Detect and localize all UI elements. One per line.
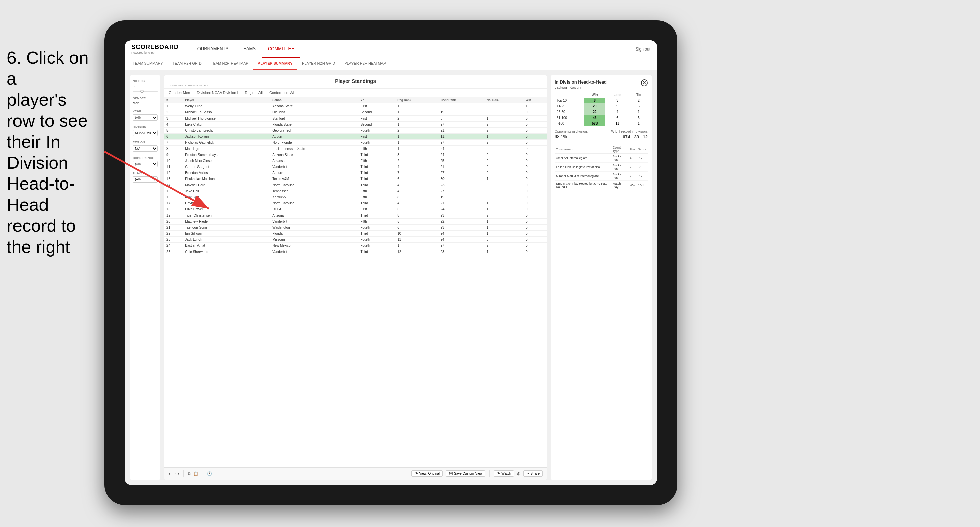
tab-player-summary[interactable]: PLAYER SUMMARY (253, 58, 297, 70)
wlt-label: W-L-T record in-division: (611, 130, 648, 133)
col-conf-rank: Conf Rank (438, 97, 484, 103)
table-row[interactable]: 2 Michael La Sasso Ole Miss Second 1 19 … (164, 110, 547, 116)
tablet-frame: SCOREBOARD Powered by clippi TOURNAMENTS… (105, 20, 678, 505)
nav-committee[interactable]: COMMITTEE (262, 40, 300, 58)
more-options-icon[interactable]: ⊕ (517, 471, 521, 476)
table-row[interactable]: 18 Luke Powell UCLA First 6 24 1 0 (164, 206, 547, 213)
h2h-row: >100 578 11 1 (555, 121, 648, 126)
conference-label: Conference (133, 156, 158, 160)
opponents-label: Opponents in division: (555, 130, 588, 133)
table-row[interactable]: 14 Maxwell Ford North Carolina Third 4 2… (164, 182, 547, 188)
table-row[interactable]: 20 Matthew Riedel Vanderbilt Fifth 5 22 … (164, 219, 547, 225)
col-player: Player (183, 97, 270, 103)
sidebar-no-rds: No Rds. 6 (133, 79, 158, 92)
opponents-row: Opponents in division: W-L-T record in-d… (555, 130, 648, 133)
region-label: Region (133, 141, 158, 144)
table-row[interactable]: 9 Preston Summerhays Arizona State Third… (164, 152, 547, 158)
tab-player-h2h-heatmap[interactable]: PLAYER H2H HEATMAP (340, 58, 391, 70)
tournament-header-row: Tournament Event Type Pos Score (555, 145, 648, 154)
close-h2h-button[interactable]: ✕ (641, 79, 648, 86)
eye-icon: 👁 (415, 472, 418, 475)
table-row[interactable]: 22 Ian Gilligan Florida Third 10 24 1 0 (164, 231, 547, 237)
col-rds: No. Rds. (485, 97, 524, 103)
division-label: Division (133, 125, 158, 129)
view-original-button[interactable]: 👁 View: Original (412, 470, 443, 477)
region-filter: Region: All (245, 90, 262, 95)
toolbar-separator-3 (489, 470, 490, 477)
table-row[interactable]: 8 Mats Ege East Tennessee State Fifth 1 … (164, 146, 547, 152)
instruction-text: 6. Click on a player's row to see their … (0, 40, 105, 264)
no-rds-slider[interactable] (133, 90, 158, 92)
sidebar-division: Division NCAA Division I (133, 125, 158, 136)
division-select[interactable]: NCAA Division I (133, 130, 158, 136)
tournament-row: SEC Match Play Hosted by Jerry Pate Roun… (555, 181, 648, 190)
col-yr: Yr (358, 97, 395, 103)
table-row[interactable]: 23 Jack Lundin Missouri Fourth 11 24 0 0 (164, 237, 547, 243)
year-select[interactable]: (All) (133, 114, 158, 121)
h2h-col-label (555, 92, 584, 98)
h2h-col-win: Win (584, 92, 605, 98)
clock-icon: 🕐 (207, 471, 212, 476)
tournament-table: Tournament Event Type Pos Score Amer Ari… (555, 145, 648, 190)
app-header: SCOREBOARD Powered by clippi TOURNAMENTS… (125, 40, 657, 58)
table-row[interactable]: 6 Jackson Koivun Auburn First 1 11 1 0 (164, 134, 547, 140)
nav-teams[interactable]: TEAMS (235, 40, 262, 58)
share-button[interactable]: ↗ Share (523, 470, 542, 477)
watch-button[interactable]: 👁 Watch (494, 470, 514, 477)
sign-out-link[interactable]: Sign out (636, 47, 651, 52)
player-label: Player (133, 172, 158, 175)
save-icon: 💾 (449, 472, 453, 475)
col-pos: Pos (628, 145, 636, 154)
table-row[interactable]: 11 Gordon Sargent Vanderbilt Third 4 21 … (164, 164, 547, 170)
table-row[interactable]: 19 Tiger Christensen Arizona Third 8 23 … (164, 213, 547, 219)
panel-title: Player Standings (169, 78, 542, 84)
table-row[interactable]: 12 Brendan Valles Auburn Third 7 27 0 0 (164, 170, 547, 176)
conference-filter: Conference: All (269, 90, 294, 95)
wlt-value: 674 - 33 - 12 (623, 134, 648, 140)
save-custom-button[interactable]: 💾 Save Custom View (445, 470, 485, 477)
sidebar-conference: Conference (All) (133, 156, 158, 167)
h2h-header: In Division Head-to-Head Jackson Koivun … (555, 79, 648, 89)
table-row[interactable]: 4 Luke Claton Florida State Second 1 27 … (164, 122, 547, 128)
tab-team-summary[interactable]: TEAM SUMMARY (128, 58, 168, 70)
right-panel: In Division Head-to-Head Jackson Koivun … (550, 75, 652, 479)
table-row[interactable]: 21 Taehoon Song Washington Fourth 6 23 1… (164, 225, 547, 231)
table-row[interactable]: 16 Alex Goff Kentucky Fifth 8 19 0 0 (164, 194, 547, 200)
no-rds-value: 6 (133, 84, 158, 88)
redo-icon[interactable]: ↪ (175, 471, 179, 476)
table-row[interactable]: 7 Nicholas Gabrielick North Florida Four… (164, 140, 547, 146)
tab-team-h2h-grid[interactable]: TEAM H2H GRID (168, 58, 206, 70)
nav-menu: TOURNAMENTS TEAMS COMMITTEE (189, 40, 636, 58)
paste-icon[interactable]: 📋 (193, 471, 199, 476)
table-row[interactable]: 15 Jake Hall Tennessee Fifth 4 27 0 0 (164, 188, 547, 194)
h2h-title-block: In Division Head-to-Head Jackson Koivun (555, 79, 606, 89)
table-row[interactable]: 24 Bastian Amat New Mexico Fourth 1 27 2… (164, 243, 547, 249)
table-row[interactable]: 3 Michael Thorbjornsen Stanford First 2 … (164, 116, 547, 122)
col-win: Win (524, 97, 547, 103)
copy-icon[interactable]: ⧉ (188, 471, 191, 476)
sidebar-gender: Gender Men (133, 97, 158, 105)
player-select[interactable]: (All) (133, 176, 158, 183)
conference-select[interactable]: (All) (133, 161, 158, 167)
table-row[interactable]: 1 Wenyi Ding Arizona State First 1 8 1 (164, 103, 547, 110)
h2h-row: 11-25 20 9 5 (555, 103, 648, 109)
no-rds-label: No Rds. (133, 79, 158, 83)
player-table: # Player School Yr Reg Rank Conf Rank No… (164, 97, 547, 255)
col-tournament: Tournament (555, 145, 611, 154)
table-row[interactable]: 17 David Ford North Carolina Third 4 21 … (164, 200, 547, 206)
table-row[interactable]: 10 Jacob Mau-Olesen Arkansas Fifth 2 25 … (164, 158, 547, 164)
table-row[interactable]: 13 Phukhalan Malchon Texas A&M Third 6 3… (164, 176, 547, 182)
division-filter: Division: NCAA Division I (197, 90, 238, 95)
table-row[interactable]: 5 Christo Lamprecht Georgia Tech Fourth … (164, 128, 547, 134)
undo-icon[interactable]: ↩ (169, 471, 173, 476)
watch-icon: 👁 (497, 472, 500, 475)
sidebar-region: Region N/A (133, 141, 158, 152)
nav-tournaments[interactable]: TOURNAMENTS (189, 40, 235, 58)
tab-team-h2h-heatmap[interactable]: TEAM H2H HEATMAP (206, 58, 253, 70)
table-row[interactable]: 25 Cole Sherwood Vanderbilt Third 12 23 … (164, 249, 547, 255)
tournament-row: Fallen Oak Collegiate Invitational Strok… (555, 163, 648, 172)
logo-powered: Powered by clippi (131, 51, 178, 54)
logo-area: SCOREBOARD Powered by clippi (131, 44, 178, 54)
region-select[interactable]: N/A (133, 146, 158, 152)
tab-player-h2h-grid[interactable]: PLAYER H2H GRID (297, 58, 340, 70)
